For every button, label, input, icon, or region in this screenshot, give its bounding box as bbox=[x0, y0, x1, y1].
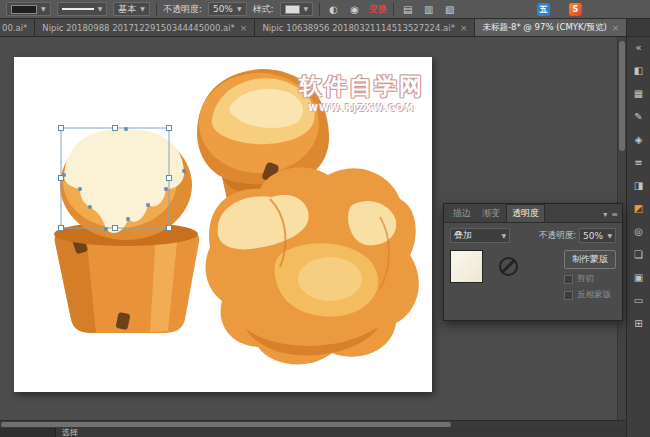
gradient-panel-icon[interactable]: ◨ bbox=[630, 178, 648, 194]
tab-document-1[interactable]: 00.ai* bbox=[0, 19, 35, 37]
chevron-down-icon: ▼ bbox=[607, 233, 612, 239]
opacity-value: 50% bbox=[213, 4, 233, 14]
panel-menu-icon: ≡ bbox=[611, 211, 618, 219]
chevron-down-icon: ▼ bbox=[98, 6, 103, 12]
chevron-down-icon: ▼ bbox=[304, 6, 309, 12]
muffin-front[interactable] bbox=[206, 167, 419, 364]
clip-checkbox-row[interactable]: 剪切 bbox=[564, 273, 594, 285]
style-label: 样式: bbox=[253, 3, 274, 16]
style-swatch-dropdown[interactable]: ▼ bbox=[280, 2, 314, 16]
zoom-dropdown[interactable] bbox=[0, 428, 56, 437]
opacity-dropdown[interactable]: 50% ▼ bbox=[208, 2, 247, 16]
invert-mask-checkbox-row[interactable]: 反相蒙版 bbox=[564, 289, 611, 301]
fill-color-dropdown[interactable]: ▼ bbox=[6, 2, 51, 16]
blend-mode-value: 叠加 bbox=[454, 229, 472, 242]
stroke-panel-icon[interactable]: ≡ bbox=[630, 155, 648, 171]
chevron-down-icon: ▼ bbox=[140, 6, 145, 12]
chevron-down-icon: ▼ bbox=[41, 6, 46, 12]
chevron-down-icon: ▼ bbox=[501, 233, 506, 239]
blend-mode-dropdown[interactable]: 叠加 ▼ bbox=[450, 228, 510, 243]
transparency-panel-header: 描边 渐变 透明度 ▾ ≡ bbox=[444, 204, 622, 223]
tab-label: 未标题-8* @ 97% (CMYK/预览) bbox=[482, 22, 606, 34]
artboard[interactable]: 软件自学网 WWW.RJZXW.COM bbox=[14, 57, 432, 392]
status-bar: 选择 bbox=[0, 428, 626, 437]
panel-menu[interactable]: ▾ ≡ bbox=[603, 211, 618, 222]
invert-mask-checkbox[interactable] bbox=[564, 291, 573, 300]
muffin-illustration bbox=[14, 57, 432, 392]
assistant-tray-icon[interactable]: S bbox=[569, 3, 582, 16]
tab-document-2[interactable]: Nipic 20180988 20171229150344445000.ai* … bbox=[35, 19, 255, 37]
tab-stroke[interactable]: 描边 bbox=[448, 205, 476, 222]
chevron-down-icon: ▼ bbox=[237, 6, 242, 12]
opacity-label: 不透明度: bbox=[163, 3, 202, 16]
transparency-panel: 描边 渐变 透明度 ▾ ≡ 叠加 ▼ 不透明度: 50% ▼ bbox=[443, 203, 623, 321]
clip-label: 剪切 bbox=[577, 273, 594, 285]
invert-mask-label: 反相蒙版 bbox=[577, 289, 611, 301]
recolor-artwork-icon[interactable]: ◉ bbox=[347, 2, 362, 17]
separator bbox=[156, 3, 157, 16]
control-bar: ▼ ▼ 基本 ▼ 不透明度: 50% ▼ 样式: ▼ ◐ ◉ 变换 ▤ ▥ ▧ … bbox=[0, 0, 650, 19]
tab-label: 00.ai* bbox=[2, 23, 27, 33]
stroke-width-dropdown[interactable]: ▼ bbox=[57, 2, 108, 16]
illustrator-window: ▼ ▼ 基本 ▼ 不透明度: 50% ▼ 样式: ▼ ◐ ◉ 变换 ▤ ▥ ▧ … bbox=[0, 0, 650, 437]
close-icon[interactable]: × bbox=[460, 24, 468, 33]
tab-label: Nipic 20180988 20171229150344445000.ai* bbox=[42, 23, 235, 33]
symbols-panel-icon[interactable]: ◈ bbox=[630, 132, 648, 148]
align-panel-icon[interactable]: ⊞ bbox=[630, 316, 648, 332]
collapse-panels-icon[interactable]: « bbox=[630, 40, 648, 56]
align-right-icon[interactable]: ▧ bbox=[442, 2, 457, 17]
object-thumbnail[interactable] bbox=[450, 250, 483, 283]
muffin-left[interactable] bbox=[54, 129, 199, 333]
panel-opacity-value: 50% bbox=[583, 231, 603, 241]
mask-thumbnail-slot[interactable] bbox=[492, 250, 525, 283]
style-swatch bbox=[285, 5, 300, 14]
tab-document-3[interactable]: Nipic 10638956 20180321114513527224.ai* … bbox=[255, 19, 475, 37]
clip-checkbox[interactable] bbox=[564, 275, 573, 284]
ime-tray-icon[interactable]: 五 bbox=[537, 3, 550, 16]
align-center-icon[interactable]: ▥ bbox=[421, 2, 436, 17]
chevron-down-icon: ▾ bbox=[603, 211, 607, 219]
artboards-panel-icon[interactable]: ▭ bbox=[630, 293, 648, 309]
tab-document-active[interactable]: 未标题-8* @ 97% (CMYK/预览) × bbox=[475, 19, 627, 37]
graphic-styles-panel-icon[interactable]: ❏ bbox=[630, 247, 648, 263]
separator bbox=[319, 3, 320, 16]
transparency-panel-body: 叠加 ▼ 不透明度: 50% ▼ 制作蒙版 剪切 bbox=[444, 223, 622, 306]
close-icon[interactable]: × bbox=[240, 24, 248, 33]
color-panel-icon[interactable]: ◧ bbox=[630, 63, 648, 79]
no-mask-icon bbox=[499, 257, 518, 276]
current-tool-label: 选择 bbox=[62, 428, 78, 437]
brush-definition-dropdown[interactable]: 基本 ▼ bbox=[113, 2, 150, 16]
vertical-scrollbar-thumb[interactable] bbox=[619, 41, 625, 151]
panel-opacity-label: 不透明度: bbox=[539, 230, 576, 242]
transparency-panel-icon[interactable]: ◩ bbox=[630, 201, 648, 217]
separator bbox=[393, 3, 394, 16]
make-mask-button[interactable]: 制作蒙版 bbox=[564, 250, 616, 269]
transform-link[interactable]: 变换 bbox=[368, 3, 387, 16]
brush-definition-label: 基本 bbox=[118, 3, 136, 16]
tab-gradient[interactable]: 渐变 bbox=[477, 205, 505, 222]
layers-panel-icon[interactable]: ▣ bbox=[630, 270, 648, 286]
panel-opacity-dropdown[interactable]: 50% ▼ bbox=[579, 228, 616, 243]
horizontal-scrollbar-thumb[interactable] bbox=[1, 422, 451, 427]
tab-transparency[interactable]: 透明度 bbox=[506, 204, 545, 222]
close-icon[interactable]: × bbox=[612, 24, 620, 33]
stroke-preview bbox=[62, 8, 94, 10]
color-guide-panel-icon[interactable]: ▦ bbox=[630, 86, 648, 102]
panel-dock: « ◧ ▦ ✎ ◈ ≡ ◨ ◩ ◎ ❏ ▣ ▭ ⊞ bbox=[626, 37, 650, 437]
fill-swatch bbox=[11, 5, 37, 14]
horizontal-scrollbar[interactable] bbox=[0, 420, 626, 428]
shape-mode-icon[interactable]: ◐ bbox=[326, 2, 341, 17]
document-tab-bar: 00.ai* Nipic 20180988 201712291503444450… bbox=[0, 19, 650, 37]
appearance-panel-icon[interactable]: ◎ bbox=[630, 224, 648, 240]
system-tray: 五 S bbox=[537, 3, 582, 16]
brushes-panel-icon[interactable]: ✎ bbox=[630, 109, 648, 125]
tab-label: Nipic 10638956 20180321114513527224.ai* bbox=[262, 23, 455, 33]
align-left-icon[interactable]: ▤ bbox=[400, 2, 415, 17]
